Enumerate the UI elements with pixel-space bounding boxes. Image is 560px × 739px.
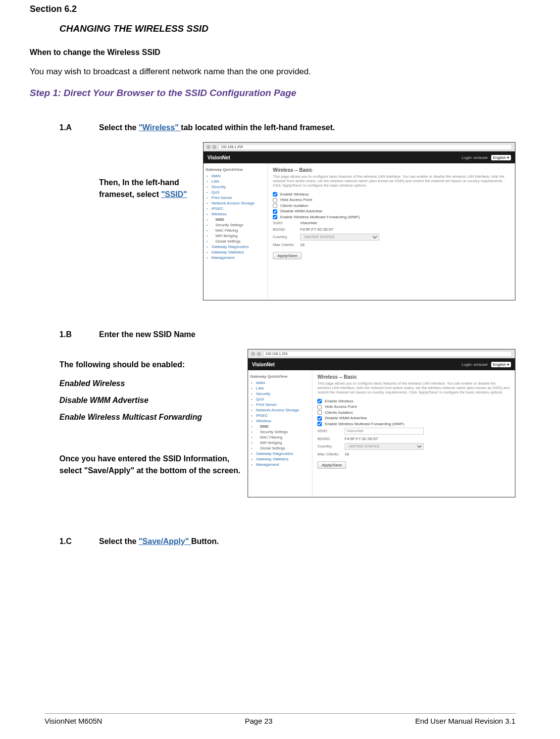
address-bar[interactable]: 192.168.1.254	[218, 144, 512, 150]
country-select[interactable]: UNITED STATES	[300, 234, 379, 241]
cb-clients-iso[interactable]	[273, 203, 277, 208]
step-1c-row: 1.C Select the "Save/Apply" Button.	[59, 537, 515, 546]
footer-center: Page 23	[245, 717, 272, 725]
p2: Once you have entered the SSID Informati…	[59, 453, 248, 477]
nav2-item-wireless[interactable]: Wireless	[250, 418, 310, 424]
footer-left: VisionNet M605N	[45, 717, 102, 725]
nav2-item-wan[interactable]: WAN	[250, 380, 310, 386]
nav2-item-printserver[interactable]: Print Server	[250, 402, 310, 407]
cb2-wmf[interactable]	[317, 422, 322, 426]
nav2-sub-mac[interactable]: MAC Filtering	[250, 435, 310, 440]
main-heading-2: Wireless -- Basic	[317, 374, 510, 380]
cb-wmf-label: Enable Wireless Multicast Forwarding (WM…	[280, 215, 359, 219]
country-label: Country:	[273, 235, 300, 239]
apply-save-button[interactable]: Apply/Save	[273, 252, 302, 259]
brand-bar-2: VisionNet Login: enduser English ▾	[248, 358, 515, 370]
side-1a: Then, In the left-hand frameset, select …	[59, 142, 203, 200]
ssid-link[interactable]: "SSID"	[161, 190, 187, 198]
step-1b-id: 1.B	[59, 330, 99, 339]
max-label-2: Max Clients:	[317, 452, 345, 456]
ssid-label-2: SSID:	[317, 429, 345, 433]
nav-sub-global[interactable]: Global Settings	[205, 239, 265, 244]
apply-save-button-2[interactable]: Apply/Save	[317, 461, 346, 469]
country-select-2[interactable]: UNITED STATES	[345, 443, 424, 450]
nav-sub-security[interactable]: Security Settings	[205, 222, 265, 228]
max-label: Max Clients:	[273, 243, 300, 247]
main-desc-2: This page allows you to configure basic …	[317, 381, 510, 394]
nav-item-qos[interactable]: QoS	[205, 190, 265, 195]
cb2-wmf-label: Enable Wireless Multicast Forwarding (WM…	[325, 422, 404, 426]
lang-select[interactable]: English ▾	[491, 155, 511, 160]
cb2-clients-iso[interactable]	[317, 410, 322, 415]
cb2-wmm[interactable]	[317, 416, 322, 421]
screenshot-1a: 192.168.1.254 VisionNet Login: enduser E…	[203, 142, 515, 300]
login-row: Login: enduser English ▾	[462, 155, 511, 160]
address-bar-2[interactable]: 192.168.1.254	[263, 351, 512, 357]
nav-item-wan[interactable]: WAN	[205, 173, 265, 179]
nav-item-mgmt[interactable]: Management	[205, 255, 265, 260]
nav2-sub-bridging[interactable]: WiFi Bridging	[250, 440, 310, 445]
cb-wmm-label: Disable WMM Advertise	[280, 209, 322, 213]
ssid-label: SSID:	[273, 221, 300, 225]
nav-sub-bridging[interactable]: WiFi Bridging	[205, 233, 265, 239]
step-1c-prefix: Select the	[99, 537, 139, 545]
step-1a-prefix: Select the	[99, 123, 139, 132]
nav2-item-qos[interactable]: QoS	[250, 396, 310, 402]
cb2-hide-ap[interactable]	[317, 405, 322, 409]
nav2-item-diag[interactable]: Gateway Diagnostics	[250, 451, 310, 456]
cb2-enable-wireless-label: Enable Wireless	[325, 399, 354, 403]
login-label: Login: enduser	[462, 155, 488, 160]
nav2-item-stats[interactable]: Gateway Statistics	[250, 456, 310, 462]
nav2-sub-security[interactable]: Security Settings	[250, 429, 310, 435]
nav-item-ipsec[interactable]: IPSEC	[205, 206, 265, 211]
nav2-item-ipsec[interactable]: IPSEC	[250, 413, 310, 418]
cb2-enable-wireless[interactable]	[317, 399, 322, 403]
lang-select-2[interactable]: English ▾	[491, 362, 511, 367]
nav-sub-mac[interactable]: MAC Filtering	[205, 228, 265, 233]
cb-wmf[interactable]	[273, 215, 277, 219]
max-value-2: 16	[345, 452, 349, 456]
nav-item-lan[interactable]: LAN	[205, 179, 265, 184]
nav-item-nas[interactable]: Network Access Storage	[205, 200, 265, 206]
nav-item-wireless[interactable]: Wireless	[205, 211, 265, 217]
main-panel: Wireless -- Basic This page allows you t…	[268, 163, 515, 300]
cb-wmm[interactable]	[273, 209, 277, 214]
i1: Enabled Wireless	[59, 378, 248, 390]
step-1c-desc: Select the "Save/Apply" Button.	[99, 537, 219, 546]
cb2-wmm-label: Disable WMM Advertise	[325, 416, 367, 420]
nav-item-stats[interactable]: Gateway Statistics	[205, 249, 265, 255]
nav-sub-ssid[interactable]: SSID	[205, 217, 265, 222]
nav2-sub-ssid[interactable]: SSID	[250, 424, 310, 429]
nav2-item-mgmt[interactable]: Management	[250, 462, 310, 467]
nav-item-security[interactable]: Security	[205, 184, 265, 190]
nav-item-printserver[interactable]: Print Server	[205, 195, 265, 200]
nav-sidebar-2: Gateway QuickView WAN LAN Security QoS P…	[248, 370, 312, 497]
content-1b: The following should be enabled: Enabled…	[59, 349, 515, 497]
step-1a-desc: Select the "Wireless" tab located within…	[99, 123, 335, 132]
browser-chrome-2: 192.168.1.254	[248, 349, 515, 358]
i2: Disable WMM Advertise	[59, 394, 248, 406]
nav2-item-lan[interactable]: LAN	[250, 386, 310, 391]
cb-hide-ap-label: Hide Access Point	[280, 197, 312, 202]
save-apply-link[interactable]: "Save/Apply"	[139, 537, 191, 545]
nav2-item-security[interactable]: Security	[250, 391, 310, 396]
cb-enable-wireless[interactable]	[273, 192, 277, 197]
country-label-2: Country:	[317, 444, 345, 448]
ssid-input[interactable]	[345, 428, 424, 435]
nav-back-icon-2	[251, 352, 255, 356]
content-1a: Then, In the left-hand frameset, select …	[59, 142, 515, 300]
browser-chrome: 192.168.1.254	[204, 143, 515, 151]
main-desc: This page allows you to configure basic …	[273, 174, 510, 188]
step1-heading: Step 1: Direct Your Browser to the SSID …	[30, 88, 515, 99]
p1: The following should be enabled:	[59, 359, 248, 371]
wireless-link[interactable]: "Wireless"	[139, 123, 181, 132]
nav2-item-nas[interactable]: Network Access Storage	[250, 407, 310, 413]
brand-logo-2: VisionNet	[252, 362, 275, 367]
nav2-sub-global[interactable]: Global Settings	[250, 445, 310, 451]
cb-hide-ap[interactable]	[273, 198, 277, 202]
brand-bar: VisionNet Login: enduser English ▾	[204, 151, 515, 163]
nav-item-diag[interactable]: Gateway Diagnostics	[205, 244, 265, 249]
cb-enable-wireless-label: Enable Wireless	[280, 192, 309, 197]
bssid-value: F4:5F:F7:3C:52:07	[300, 227, 333, 232]
nav-header-2: Gateway QuickView	[250, 374, 310, 379]
